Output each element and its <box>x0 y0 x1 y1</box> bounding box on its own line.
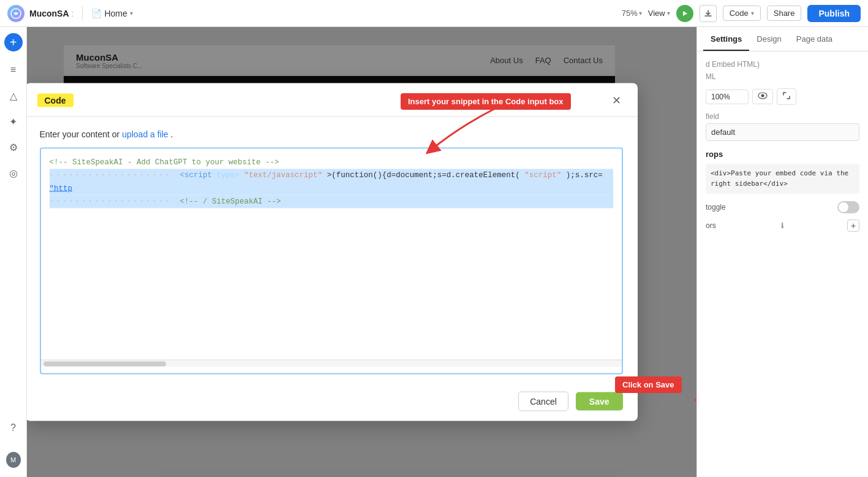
add-ors-button[interactable]: + <box>847 219 859 232</box>
code-scrollbar[interactable] <box>41 360 622 367</box>
save-button[interactable]: Save <box>576 392 623 411</box>
site-logo <box>7 5 25 22</box>
ors-row: ors ℹ + <box>706 219 859 232</box>
code-chevron-icon: ▾ <box>751 10 754 17</box>
share-button[interactable]: Share <box>767 6 802 21</box>
canvas-area: MuconSA Software Specialists C... About … <box>27 27 696 477</box>
main-layout: + ≡ △ ✦ ⚙ ◎ ? M MuconSA So <box>0 27 868 477</box>
sidebar-tabs: Settings Design Page data <box>697 27 868 52</box>
topbar-page[interactable]: 📄 Home ▾ <box>91 9 132 18</box>
tab-page-data[interactable]: Page data <box>789 27 840 51</box>
sidebar-help-icon[interactable]: ? <box>6 421 21 435</box>
topbar: MuconSA : 📄 Home ▾ 75% ▾ View ▾ Code ▾ S… <box>0 0 868 27</box>
help-icon: ? <box>10 422 16 433</box>
cancel-button[interactable]: Cancel <box>518 392 568 411</box>
scrollbar-thumb <box>43 361 166 366</box>
topbar-right: 75% ▾ View ▾ Code ▾ Share Publish <box>622 5 861 22</box>
sidebar-user-avatar[interactable]: M <box>6 452 21 467</box>
svg-marker-1 <box>683 11 687 16</box>
sidebar-circle-icon[interactable]: ◎ <box>6 166 21 180</box>
code-line-3: ··················· <!-- / SiteSpeakAI -… <box>50 195 613 208</box>
upload-file-link[interactable]: upload a file <box>122 129 168 139</box>
code-editor[interactable]: <!-- SiteSpeakAI - Add ChatGPT to your w… <box>41 149 622 360</box>
sidebar-sub-label: ML <box>706 72 859 81</box>
sidebar-zoom-row: 100% <box>706 88 859 105</box>
modal-close-button[interactable]: ✕ <box>608 92 625 109</box>
menu-icon: ≡ <box>10 64 16 75</box>
code-input-area: <!-- SiteSpeakAI - Add ChatGPT to your w… <box>40 148 623 375</box>
left-sidebar: + ≡ △ ✦ ⚙ ◎ ? M <box>0 27 27 477</box>
circle-icon: ◎ <box>9 167 18 179</box>
code-preview-box: <div>Paste your embed code via the right… <box>706 164 859 194</box>
sidebar-section-label: d Embed HTML) <box>706 60 859 69</box>
toggle-switch[interactable] <box>837 201 859 213</box>
page-chevron-icon: ▾ <box>130 10 133 17</box>
eye-button[interactable] <box>752 89 773 104</box>
modal-title-badge: Code <box>37 94 74 107</box>
sidebar-content: d Embed HTML) ML 100% field default rops <box>697 52 868 477</box>
site-name: MuconSA : <box>29 9 74 18</box>
tab-settings[interactable]: Settings <box>703 27 749 51</box>
code-modal: Code ✕ Enter your content or upload a fi… <box>27 83 638 421</box>
page-icon: 📄 <box>91 9 102 18</box>
sidebar-props-title: rops <box>706 150 859 159</box>
ors-label: ors <box>706 221 716 230</box>
code-button[interactable]: Code ▾ <box>723 6 761 21</box>
save-annotation: Click on Save <box>615 376 682 393</box>
svg-point-5 <box>761 94 764 97</box>
zoom-control[interactable]: 75% ▾ <box>622 9 642 18</box>
tab-design[interactable]: Design <box>749 27 788 51</box>
info-icon: ℹ <box>781 221 784 230</box>
code-line-2: ··················· <script type= "text/… <box>50 169 613 196</box>
sidebar-sparkle-icon[interactable]: ✦ <box>6 114 21 129</box>
zoom-chevron-icon: ▾ <box>639 10 642 17</box>
sidebar-warning-icon[interactable]: △ <box>6 88 21 103</box>
plus-icon: + <box>10 36 17 50</box>
expand-button[interactable] <box>777 88 796 105</box>
modal-description: Enter your content or upload a file . <box>40 129 623 139</box>
topbar-divider <box>82 6 83 21</box>
zoom-value-field[interactable]: 100% <box>706 90 749 104</box>
toggle-row: toggle <box>706 201 859 213</box>
export-button[interactable] <box>700 5 717 22</box>
sidebar-gear-icon[interactable]: ⚙ <box>6 140 21 155</box>
play-button[interactable] <box>676 5 693 22</box>
sidebar-default-field: field default <box>706 112 859 141</box>
view-chevron-icon: ▾ <box>667 10 670 17</box>
view-button[interactable]: View ▾ <box>648 9 670 18</box>
default-field[interactable]: default <box>706 123 859 141</box>
modal-body: Enter your content or upload a file . <!… <box>27 117 638 384</box>
gear-icon: ⚙ <box>9 142 18 153</box>
sparkle-icon: ✦ <box>9 116 17 128</box>
code-line-1: <!-- SiteSpeakAI - Add ChatGPT to your w… <box>50 156 613 169</box>
modal-footer: Cancel Save <box>27 384 638 421</box>
insert-annotation: Insert your snippet in the Code input bo… <box>401 93 571 110</box>
sidebar-menu-icon[interactable]: ≡ <box>6 63 21 77</box>
publish-button[interactable]: Publish <box>807 5 861 22</box>
add-element-button[interactable]: + <box>4 33 23 52</box>
warning-icon: △ <box>10 90 17 102</box>
right-sidebar: Settings Design Page data d Embed HTML) … <box>696 27 868 477</box>
